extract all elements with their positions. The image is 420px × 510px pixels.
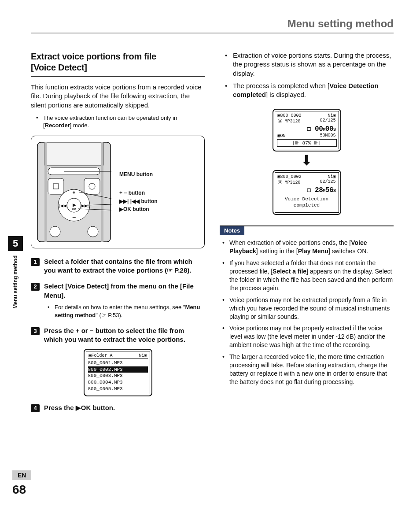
label-ok: ▶OK button [119, 206, 149, 212]
right-column: Extraction of voice portions starts. Dur… [220, 51, 394, 416]
arrow-down-icon: ⬇ [301, 155, 313, 166]
step-4-text: Press the ▶OK button. [44, 403, 115, 412]
step-2-text: Select [Voice Detect] from the menu on t… [44, 282, 205, 300]
lcd-file-list: ▣Folder A Ni▣ 800_0001.MP3 800_0002.MP3 … [84, 349, 152, 396]
lcd-complete: ▣800_0002Ni▣ ⓐ MP312802/125 ◻ 28M56S Voi… [273, 170, 341, 215]
label-ffrw: ▶▶| |◀◀ button [119, 198, 158, 204]
language-tab: EN [12, 470, 31, 480]
note-item: Voice portions may not be properly extra… [229, 324, 394, 349]
list-item-selected: 800_0002.MP3 [88, 366, 148, 373]
svg-rect-1 [44, 142, 103, 165]
note-item: When extraction of voice portions ends, … [229, 239, 394, 255]
list-item: 800_0001.MP3 [88, 360, 148, 366]
lcd-time: ◻ 00M00S [277, 124, 337, 133]
note-item: The larger a recorded voice file, the mo… [229, 353, 394, 386]
result-bullet-1: Extraction of voice portions starts. Dur… [233, 51, 394, 78]
lcd-folder-name: ▣Folder A [89, 353, 113, 358]
page-header: Menu setting method [31, 18, 394, 33]
notes-rule [220, 225, 394, 226]
svg-point-18 [50, 226, 60, 237]
lcd-progress: ▣800_0002Ni▣ ⓐ MP312802/125 ◻ 00M00S ▣ON… [273, 109, 341, 152]
step-2-number: 2 [31, 283, 40, 291]
chapter-number: 5 [8, 236, 23, 251]
intro-text: This function extracts voice portions fr… [31, 83, 205, 110]
page-footer: EN 68 [12, 470, 31, 497]
left-column: Extract voice portions from file [Voice … [31, 51, 205, 416]
lcd-message: Voice Detectioncompleted [277, 194, 337, 211]
heading-line2: [Voice Detect] [31, 63, 87, 72]
list-item: 800_0004.MP3 [88, 379, 148, 386]
heading-line1: Extract voice portions from file [31, 52, 156, 61]
recorder-diagram: OK + − |◀◀ ▶▶| [37, 141, 111, 243]
page-number: 68 [12, 483, 31, 497]
section-heading: Extract voice portions from file [Voice … [31, 51, 205, 73]
svg-rect-2 [44, 142, 47, 242]
svg-rect-3 [101, 142, 103, 242]
lcd-percent: |⊪ 87% ⊪| [277, 139, 337, 147]
label-group: + − button ▶▶| |◀◀ button ▶OK button [119, 189, 158, 214]
note-item: If you have selected a folder that does … [229, 259, 394, 292]
step-1-text: Select a folder that contains the file f… [44, 257, 205, 275]
lcd-battery-icon: Ni▣ [139, 353, 147, 358]
device-illustration: OK + − |◀◀ ▶▶| MENU button + − button ▶▶… [31, 136, 205, 248]
svg-rect-8 [84, 178, 100, 194]
label-menu: MENU button [119, 170, 158, 179]
note-item: Voice portions may not be extracted prop… [229, 296, 394, 321]
notes-heading: Notes [220, 226, 244, 235]
svg-text:OK: OK [72, 208, 77, 211]
svg-text:|◀◀: |◀◀ [59, 203, 66, 208]
side-tab: 5 Menu setting method [8, 236, 23, 309]
label-plusminus: + − button [119, 190, 145, 196]
step-3-number: 3 [31, 327, 40, 335]
step-3-text: Press the + or − button to select the fi… [44, 326, 205, 344]
step-1-number: 1 [31, 258, 40, 266]
step-2-sub: For details on how to enter the menu set… [55, 303, 205, 319]
svg-text:+: + [72, 189, 75, 196]
svg-text:▶▶|: ▶▶| [81, 203, 88, 208]
chapter-label: Menu setting method [12, 255, 18, 309]
list-item: 800_0005.MP3 [88, 386, 148, 392]
svg-rect-6 [48, 178, 64, 194]
lcd-time: ◻ 28M56S [277, 185, 337, 194]
result-bullet-2: The process is completed when [Voice Det… [233, 81, 394, 100]
mode-note: The voice extraction function can be ope… [43, 114, 205, 129]
heading-rule [31, 76, 205, 77]
list-item: 800_0003.MP3 [88, 373, 148, 379]
step-4-number: 4 [31, 404, 40, 412]
svg-point-19 [88, 226, 98, 237]
svg-text:−: − [72, 214, 76, 221]
